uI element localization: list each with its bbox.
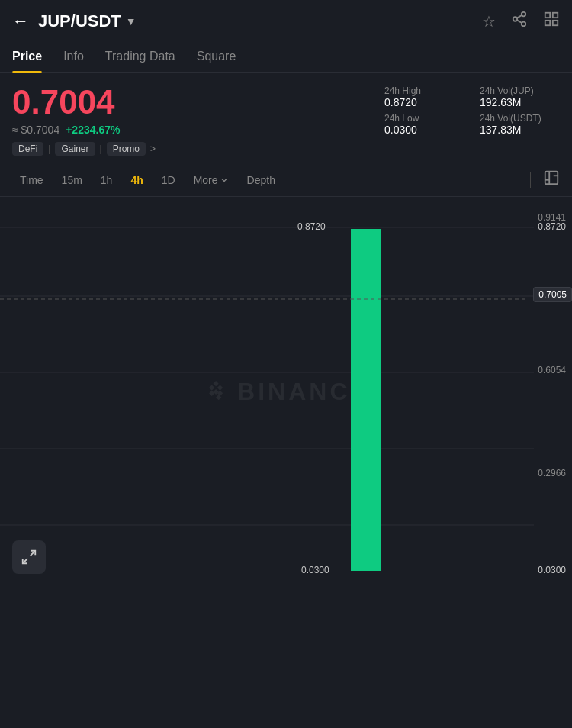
- chart-btn-4h[interactable]: 4h: [123, 170, 150, 190]
- vol-usdt-value: 137.83M: [480, 124, 560, 136]
- tags-row: DeFi | Gainer | Promo >: [12, 142, 156, 156]
- chart-area: BINANCE 0.9141 0.8720 0.7005 0.6054 0.29…: [0, 197, 572, 586]
- header-actions: ☆: [482, 11, 560, 31]
- vol-jup-value: 192.63M: [480, 96, 560, 108]
- price-label-current: 0.7005: [533, 287, 572, 302]
- tab-bar: Price Info Trading Data Square: [0, 42, 572, 73]
- svg-rect-8: [553, 21, 558, 25]
- vol-usdt-label: 24h Vol(USDT): [480, 113, 560, 124]
- chart-btn-more[interactable]: More: [186, 170, 236, 190]
- header: ← JUP/USDT ▼ ☆: [0, 0, 572, 42]
- share-icon[interactable]: [511, 11, 528, 31]
- price-stats: 24h High 0.8720 24h Vol(JUP) 192.63M 24h…: [384, 85, 560, 136]
- stat-vol-jup: 24h Vol(JUP) 192.63M: [480, 85, 560, 108]
- chart-controls: Time 15m 1h 4h 1D More Depth: [0, 163, 572, 197]
- tab-info[interactable]: Info: [63, 42, 84, 72]
- price-change: +2234.67%: [66, 124, 120, 136]
- expand-button[interactable]: [12, 540, 46, 574]
- price-label-6054: 0.6054: [538, 365, 566, 375]
- price-usd-row: ≈ $0.7004 +2234.67%: [12, 124, 156, 136]
- price-label-0300-bottom: 0.0300: [301, 565, 329, 575]
- svg-rect-5: [545, 13, 550, 18]
- svg-line-4: [517, 15, 522, 18]
- low-label: 24h Low: [384, 113, 464, 124]
- chart-btn-1d[interactable]: 1D: [154, 170, 183, 190]
- svg-line-3: [517, 20, 522, 23]
- price-label-2966: 0.2966: [538, 468, 566, 478]
- svg-line-28: [23, 559, 27, 563]
- price-label-8720: 0.8720: [538, 221, 566, 232]
- svg-rect-6: [553, 13, 558, 18]
- price-label-8720-left: 0.8720—: [297, 221, 335, 232]
- chart-svg[interactable]: [0, 197, 572, 586]
- pair-dropdown-arrow[interactable]: ▼: [126, 15, 137, 27]
- chart-divider: [530, 172, 531, 188]
- chart-btn-15m[interactable]: 15m: [54, 170, 90, 190]
- chart-btn-time[interactable]: Time: [12, 170, 51, 190]
- tag-promo[interactable]: Promo: [107, 142, 146, 156]
- grid-icon[interactable]: [543, 11, 560, 31]
- low-value: 0.0300: [384, 124, 464, 136]
- pair-title: JUP/USDT ▼: [38, 11, 137, 31]
- tag-defi[interactable]: DeFi: [12, 142, 43, 156]
- main-price: 0.7004: [12, 85, 156, 119]
- svg-rect-9: [545, 172, 558, 185]
- chart-btn-depth[interactable]: Depth: [239, 170, 283, 190]
- svg-line-27: [31, 551, 35, 556]
- vol-jup-label: 24h Vol(JUP): [480, 85, 560, 96]
- stat-24h-low: 24h Low 0.0300: [384, 113, 464, 136]
- high-value: 0.8720: [384, 96, 464, 108]
- svg-rect-7: [545, 21, 550, 25]
- chart-btn-1h[interactable]: 1h: [93, 170, 121, 190]
- price-section: 0.7004 ≈ $0.7004 +2234.67% DeFi | Gainer…: [0, 73, 572, 163]
- tags-more[interactable]: >: [150, 143, 156, 154]
- tab-trading-data[interactable]: Trading Data: [105, 42, 175, 72]
- svg-rect-25: [351, 229, 381, 571]
- price-label-0300-right: 0.0300: [538, 565, 566, 575]
- high-label: 24h High: [384, 85, 464, 96]
- tag-gainer[interactable]: Gainer: [55, 142, 95, 156]
- price-left: 0.7004 ≈ $0.7004 +2234.67% DeFi | Gainer…: [12, 85, 156, 156]
- back-button[interactable]: ←: [12, 11, 29, 31]
- tab-price[interactable]: Price: [12, 42, 42, 72]
- tab-square[interactable]: Square: [197, 42, 236, 72]
- stat-vol-usdt: 24h Vol(USDT) 137.83M: [480, 113, 560, 136]
- stat-24h-high: 24h High 0.8720: [384, 85, 464, 108]
- star-icon[interactable]: ☆: [482, 12, 496, 31]
- price-usd: ≈ $0.7004: [12, 124, 59, 136]
- chart-settings-button[interactable]: [543, 169, 560, 190]
- pair-name: JUP/USDT: [38, 11, 121, 31]
